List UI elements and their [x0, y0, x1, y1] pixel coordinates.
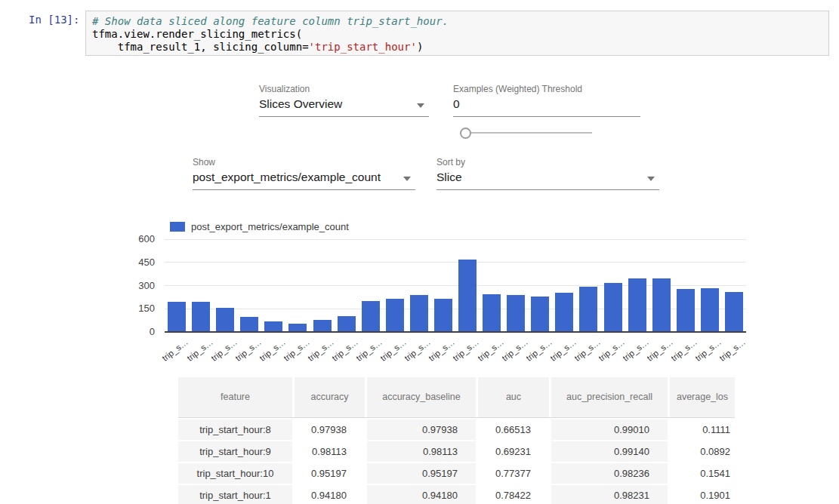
- metrics-table: featureaccuracyaccuracy_baselineaucauc_p…: [178, 377, 735, 504]
- y-axis-tick-label: 150: [125, 303, 155, 314]
- x-axis-tick-label: trip_s…: [694, 337, 723, 363]
- x-axis-line: [165, 331, 746, 333]
- code-string: 'trip_start_hour': [309, 41, 417, 53]
- show-label: Show: [193, 157, 415, 167]
- table-header-cell[interactable]: accuracy_baseline: [365, 377, 476, 417]
- bar[interactable]: [628, 278, 646, 331]
- y-axis-tick-label: 450: [125, 257, 155, 268]
- x-axis-tick-label: trip_s…: [185, 337, 214, 363]
- threshold-label: Examples (Weighted) Threshold: [453, 84, 640, 94]
- bar[interactable]: [288, 324, 307, 331]
- table-body: trip_start_hour:80.979380.979380.665130.…: [178, 418, 735, 504]
- bar[interactable]: [240, 317, 258, 331]
- x-axis-tick-label: trip_s…: [572, 337, 602, 363]
- x-axis-tick-label: trip_s…: [330, 337, 359, 363]
- bar[interactable]: [338, 316, 356, 331]
- bar[interactable]: [677, 289, 695, 331]
- table-cell: 0.98236: [549, 463, 668, 484]
- y-axis-tick-label: 300: [125, 280, 155, 291]
- bar[interactable]: [579, 287, 597, 331]
- input-prompt: In [13]:: [29, 14, 79, 26]
- sort-by-underline: [436, 189, 659, 190]
- table-cell: 0.99010: [549, 419, 668, 440]
- table-cell: 0.78422: [476, 485, 549, 504]
- bar[interactable]: [604, 283, 622, 331]
- x-axis-tick-label: trip_s…: [282, 337, 311, 363]
- bar[interactable]: [410, 295, 428, 331]
- chevron-down-icon[interactable]: [403, 177, 411, 181]
- table-cell: 0.77377: [476, 463, 549, 484]
- visualization-value[interactable]: Slices Overview: [259, 97, 342, 110]
- bar[interactable]: [434, 299, 452, 331]
- legend-swatch: [170, 222, 185, 232]
- table-row[interactable]: trip_start_hour:80.979380.979380.665130.…: [178, 418, 735, 440]
- table-header-cell[interactable]: average_los: [668, 377, 735, 417]
- show-dropdown[interactable]: Show post_export_metrics/example_count: [193, 157, 415, 190]
- bar[interactable]: [458, 260, 477, 331]
- code-line3-close: ): [417, 41, 423, 53]
- table-row[interactable]: trip_start_hour:90.981130.981130.692310.…: [178, 440, 735, 462]
- show-value[interactable]: post_export_metrics/example_count: [193, 171, 381, 183]
- bar[interactable]: [386, 299, 404, 331]
- bar[interactable]: [652, 278, 671, 331]
- chevron-down-icon[interactable]: [647, 177, 655, 181]
- table-cell: 0.95197: [365, 463, 476, 484]
- bar[interactable]: [531, 297, 549, 331]
- table-header-cell[interactable]: feature: [178, 377, 292, 417]
- table-cell: 0.98113: [292, 441, 365, 462]
- gridline: [165, 262, 746, 263]
- bar[interactable]: [483, 294, 501, 331]
- threshold-slider-track[interactable]: [465, 132, 592, 134]
- y-axis-tick-label: 600: [125, 233, 155, 244]
- table-header-cell[interactable]: auc: [476, 377, 549, 417]
- sort-by-dropdown[interactable]: Sort by Slice: [436, 157, 659, 190]
- table-cell: 0.94180: [292, 485, 365, 504]
- table-cell: 0.1541: [668, 463, 735, 484]
- x-axis-tick-label: trip_s…: [500, 337, 529, 363]
- gridline: [165, 239, 746, 240]
- code-cell[interactable]: # Show data sliced along feature column …: [85, 11, 829, 56]
- visualization-underline: [259, 116, 429, 117]
- table-header-cell[interactable]: accuracy: [292, 377, 365, 417]
- chevron-down-icon[interactable]: [417, 103, 424, 108]
- table-row[interactable]: trip_start_hour:10.941800.941800.784220.…: [178, 484, 735, 504]
- table-cell: 0.1111: [668, 419, 735, 440]
- table-header-row: featureaccuracyaccuracy_baselineaucauc_p…: [178, 377, 735, 418]
- bar[interactable]: [313, 320, 332, 331]
- visualization-label: Visualization: [259, 84, 429, 94]
- bar[interactable]: [264, 321, 282, 331]
- table-cell: 0.66513: [476, 419, 549, 440]
- chart-legend: post_export_metrics/example_count: [170, 221, 349, 232]
- threshold-underline: [453, 116, 640, 117]
- table-cell: 0.1901: [668, 485, 735, 504]
- table-header-cell[interactable]: auc_precision_recall: [549, 377, 668, 417]
- table-cell: 0.99140: [549, 441, 668, 462]
- code-line3: tfma_result_1, slicing_column=: [92, 41, 309, 53]
- bar[interactable]: [168, 302, 186, 331]
- sort-by-value[interactable]: Slice: [436, 171, 462, 183]
- x-axis-tick-label: trip_s…: [645, 337, 674, 363]
- threshold-field[interactable]: Examples (Weighted) Threshold 0: [453, 84, 640, 117]
- table-cell: 0.97938: [292, 419, 365, 440]
- x-axis-tick-label: trip_s…: [209, 337, 239, 363]
- x-axis-tick-label: trip_s…: [258, 337, 287, 363]
- table-row[interactable]: trip_start_hour:100.951970.951970.773770…: [178, 462, 735, 484]
- table-cell: 0.95197: [292, 463, 365, 484]
- visualization-dropdown[interactable]: Visualization Slices Overview: [259, 84, 429, 117]
- table-cell: trip_start_hour:1: [178, 485, 292, 504]
- x-axis-tick-label: trip_s…: [476, 337, 505, 363]
- bar[interactable]: [555, 293, 573, 331]
- table-cell: 0.94180: [365, 485, 476, 504]
- bar[interactable]: [507, 295, 525, 331]
- x-axis-tick-label: trip_s…: [306, 337, 335, 363]
- show-underline: [193, 189, 415, 190]
- threshold-input[interactable]: 0: [453, 97, 460, 110]
- threshold-slider-thumb[interactable]: [460, 128, 471, 139]
- bar[interactable]: [725, 292, 743, 331]
- bar[interactable]: [216, 308, 234, 331]
- x-axis-tick-label: trip_s…: [427, 337, 457, 363]
- x-axis-tick-label: trip_s…: [670, 337, 699, 363]
- bar[interactable]: [701, 288, 719, 331]
- bar[interactable]: [192, 302, 210, 331]
- bar[interactable]: [362, 301, 380, 331]
